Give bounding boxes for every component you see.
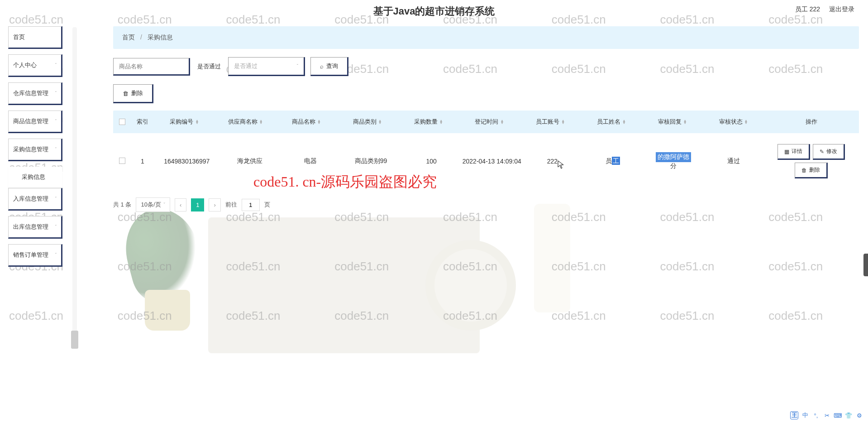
ime-scissors-icon[interactable]: ✂ <box>823 411 831 419</box>
col-index: 索引 <box>131 118 154 126</box>
sort-icon: ▲▼ <box>622 120 626 124</box>
col-supplier[interactable]: 供应商名称▲▼ <box>215 118 276 126</box>
sidebar-item-label: 出库信息管理 <box>13 223 48 231</box>
table-header: 索引 采购编号▲▼ 供应商名称▲▼ 商品名称▲▼ 商品类别▲▼ 采购数量▲▼ 登… <box>113 111 859 133</box>
ime-lang-icon[interactable]: 中 <box>801 411 809 419</box>
ime-shirt-icon[interactable]: 👕 <box>844 411 853 419</box>
next-page-button[interactable]: › <box>209 198 220 212</box>
cell-product-name: 电器 <box>280 157 341 165</box>
user-label[interactable]: 员工 222 <box>795 5 820 14</box>
goto-page-input[interactable] <box>242 199 260 211</box>
col-reg-time[interactable]: 登记时间▲▼ <box>459 118 520 126</box>
sidebar-item-label: 采购信息 <box>22 173 45 181</box>
cell-purchase-no: 1649830136997 <box>154 158 220 165</box>
edit-button[interactable]: ✎修改 <box>813 144 845 160</box>
sort-icon: ▲▼ <box>378 120 382 124</box>
col-product-name[interactable]: 商品名称▲▼ <box>276 118 337 126</box>
col-emp-name[interactable]: 员工姓名▲▼ <box>581 118 642 126</box>
sidebar-item-label: 采购信息管理 <box>13 145 48 154</box>
sidebar-item-label: 入库信息管理 <box>13 195 48 203</box>
sidebar-item-warehouse[interactable]: 仓库信息管理ˇ <box>8 82 62 105</box>
bulk-delete-button[interactable]: 🗑 删除 <box>113 84 153 103</box>
right-drawer-handle[interactable] <box>863 254 868 276</box>
page-number-button[interactable]: 1 <box>191 198 204 212</box>
sidebar-item-label: 仓库信息管理 <box>13 89 48 97</box>
sidebar-item-profile[interactable]: 个人中心ˇ <box>8 54 62 77</box>
pass-select-placeholder: 是否通过 <box>234 62 258 70</box>
cell-product-cat: 商品类别99 <box>341 157 401 165</box>
goto-prefix: 前往 <box>225 201 237 209</box>
cell-emp-account: 222 <box>522 158 583 165</box>
breadcrumb-home[interactable]: 首页 <box>122 34 135 41</box>
sort-icon: ▲▼ <box>195 120 199 124</box>
breadcrumb-current: 采购信息 <box>148 34 173 41</box>
cell-review-status: 通过 <box>703 157 764 165</box>
breadcrumb-sep: / <box>140 34 142 41</box>
ime-punct-icon[interactable]: °, <box>812 411 820 419</box>
sort-icon: ▲▼ <box>561 120 565 124</box>
row-delete-button[interactable]: 🗑删除 <box>795 163 828 178</box>
sidebar-item-label: 商品信息管理 <box>13 117 48 125</box>
col-quantity[interactable]: 采购数量▲▼ <box>398 118 459 126</box>
delete-button-label: 删除 <box>131 89 143 97</box>
sidebar-item-outbound[interactable]: 出库信息管理ˇ <box>8 216 62 239</box>
chevron-down-icon: ˇ <box>55 119 57 124</box>
chevron-down-icon: ˇ <box>55 63 57 68</box>
row-checkbox[interactable] <box>119 158 125 164</box>
ime-gear-icon[interactable]: ⚙ <box>855 411 863 419</box>
col-review-reply[interactable]: 审核回复▲▼ <box>642 118 703 126</box>
list-icon: ▦ <box>784 149 789 155</box>
sidebar-item-label: 销售订单管理 <box>13 251 48 259</box>
pass-label: 是否通过 <box>196 62 223 71</box>
sidebar-item-label: 首页 <box>13 33 25 41</box>
chevron-down-icon: ˇ <box>297 64 298 69</box>
chevron-down-icon: ˇ <box>55 225 57 230</box>
sidebar-item-home[interactable]: 首页 <box>8 26 62 49</box>
sort-icon: ▲▼ <box>317 120 321 124</box>
sidebar-item-inbound[interactable]: 入库信息管理ˇ <box>8 188 62 211</box>
header: 基于Java的超市进销存系统 员工 222 退出登录 <box>0 0 868 23</box>
breadcrumb: 首页 / 采购信息 <box>113 26 859 49</box>
cell-supplier: 海龙供应 <box>220 157 281 165</box>
app-title: 基于Java的超市进销存系统 <box>373 5 495 18</box>
col-emp-account[interactable]: 员工账号▲▼ <box>520 118 581 126</box>
sidebar-divider <box>72 27 77 344</box>
pass-select[interactable]: 是否通过 ˇ <box>228 57 305 76</box>
goto-suffix: 页 <box>264 201 270 209</box>
query-button[interactable]: ⌕ 查询 <box>310 57 348 76</box>
select-all-checkbox[interactable] <box>119 119 125 125</box>
chevron-down-icon: ˇ <box>55 197 57 202</box>
logout-link[interactable]: 退出登录 <box>829 5 854 14</box>
sidebar-item-purchase[interactable]: 采购信息管理ˇ <box>8 139 62 161</box>
sort-icon: ▲▼ <box>439 120 443 124</box>
col-product-cat[interactable]: 商品类别▲▼ <box>337 118 398 126</box>
edit-icon: ✎ <box>820 149 824 155</box>
sort-icon: ▲▼ <box>683 120 687 124</box>
ime-keyboard-icon[interactable]: ⌨ <box>834 411 842 419</box>
cell-review-reply: 的撒阿萨德分 <box>643 152 704 170</box>
sidebar-item-sales[interactable]: 销售订单管理ˇ <box>8 244 62 267</box>
detail-button[interactable]: ▦详情 <box>777 144 810 160</box>
col-purchase-no[interactable]: 采购编号▲▼ <box>154 118 215 126</box>
query-button-label: 查询 <box>326 62 338 70</box>
page-size-select[interactable]: 10条/页ˇ <box>136 197 170 212</box>
prev-page-button[interactable]: ‹ <box>175 198 186 212</box>
chevron-down-icon: ˇ <box>55 253 57 258</box>
sidebar-collapse-handle[interactable] <box>71 331 78 349</box>
main-content: 首页 / 采购信息 是否通过 是否通过 ˇ ⌕ 查询 🗑 删除 <box>113 26 859 418</box>
search-icon: ⌕ <box>320 63 324 70</box>
sidebar-item-purchase-info[interactable]: 采购信息 <box>8 167 62 188</box>
chevron-down-icon: ˇ <box>164 202 165 207</box>
ime-icon[interactable]: 王 <box>790 411 798 419</box>
pagination-total: 共 1 条 <box>113 201 131 209</box>
sidebar-item-label: 个人中心 <box>13 61 37 69</box>
product-name-input[interactable] <box>113 58 190 76</box>
col-review-status[interactable]: 审核状态▲▼ <box>703 118 764 126</box>
sidebar-item-product[interactable]: 商品信息管理ˇ <box>8 111 62 133</box>
pagination: 共 1 条 10条/页ˇ ‹ 1 › 前往 页 <box>113 197 859 212</box>
sort-icon: ▲▼ <box>744 120 748 124</box>
trash-icon: 🗑 <box>801 167 807 173</box>
sort-icon: ▲▼ <box>259 120 263 124</box>
data-table: 索引 采购编号▲▼ 供应商名称▲▼ 商品名称▲▼ 商品类别▲▼ 采购数量▲▼ 登… <box>113 111 859 189</box>
cell-index: 1 <box>131 158 154 165</box>
